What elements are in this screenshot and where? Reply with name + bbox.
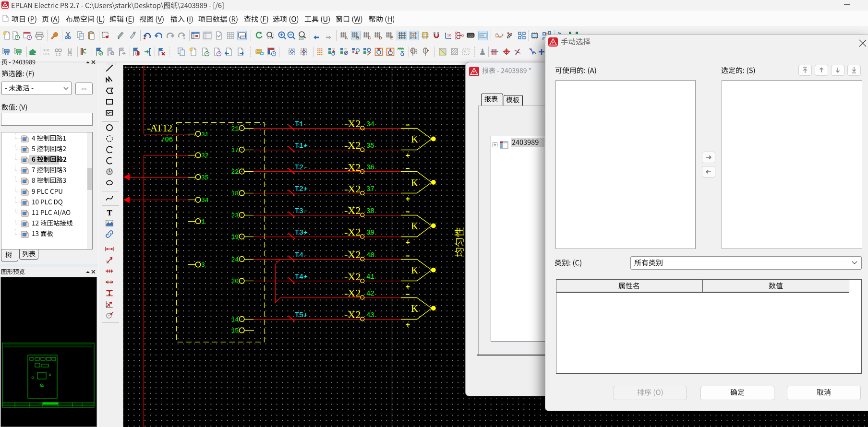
svg-text:T3+: T3+ <box>295 229 308 237</box>
svg-text:31: 31 <box>201 131 209 138</box>
svg-text:706: 706 <box>161 136 173 143</box>
svg-text:K: K <box>411 303 418 314</box>
svg-text:K: K <box>411 264 418 276</box>
svg-text:24: 24 <box>231 256 239 263</box>
svg-text:T5+: T5+ <box>295 311 308 320</box>
svg-text:-X2: -X2 <box>344 271 361 283</box>
svg-text:22: 22 <box>231 168 239 176</box>
svg-text:-X2: -X2 <box>344 161 361 173</box>
svg-text:T2+: T2+ <box>295 185 308 193</box>
svg-text:3: 3 <box>201 261 205 269</box>
svg-text:37: 37 <box>366 185 374 193</box>
svg-text:39: 39 <box>366 229 374 237</box>
svg-text:-X2: -X2 <box>344 226 361 238</box>
svg-text:41: 41 <box>366 273 374 281</box>
svg-text:-X2: -X2 <box>344 204 361 216</box>
svg-text:T2-: T2- <box>295 164 308 172</box>
svg-text:23: 23 <box>231 212 239 219</box>
svg-text:35: 35 <box>201 174 209 181</box>
svg-text:-X2: -X2 <box>344 183 361 195</box>
svg-text:-X2: -X2 <box>344 249 361 261</box>
svg-text:T1+: T1+ <box>295 142 308 150</box>
svg-text:20: 20 <box>231 278 239 285</box>
svg-text:1: 1 <box>201 218 205 225</box>
svg-text:38: 38 <box>366 207 374 215</box>
svg-text:K: K <box>411 133 418 145</box>
svg-text:15: 15 <box>231 327 239 334</box>
svg-text:T1-: T1- <box>295 120 308 129</box>
svg-text:19: 19 <box>231 234 239 241</box>
svg-text:32: 32 <box>201 152 209 159</box>
svg-text:36: 36 <box>366 164 374 171</box>
svg-text:14: 14 <box>231 316 239 323</box>
svg-text:K: K <box>411 220 418 232</box>
svg-text:-AT12: -AT12 <box>147 123 172 133</box>
svg-text:35: 35 <box>366 142 374 150</box>
svg-text:34: 34 <box>366 120 374 128</box>
svg-text:T3-: T3- <box>295 207 308 215</box>
svg-text:-X2: -X2 <box>344 308 361 320</box>
svg-text:34: 34 <box>201 197 209 204</box>
svg-text:21: 21 <box>231 125 239 132</box>
svg-text:-X2: -X2 <box>344 118 361 130</box>
svg-text:42: 42 <box>366 290 374 297</box>
svg-text:40: 40 <box>366 251 374 259</box>
svg-text:T4-: T4- <box>295 251 308 260</box>
svg-text:18: 18 <box>231 190 239 197</box>
svg-text:43: 43 <box>366 311 374 319</box>
svg-text:-X2: -X2 <box>344 287 361 299</box>
svg-text:T4+: T4+ <box>295 273 308 281</box>
svg-text:K: K <box>411 177 418 189</box>
svg-text:-X2: -X2 <box>344 139 361 151</box>
svg-text:17: 17 <box>231 147 239 154</box>
